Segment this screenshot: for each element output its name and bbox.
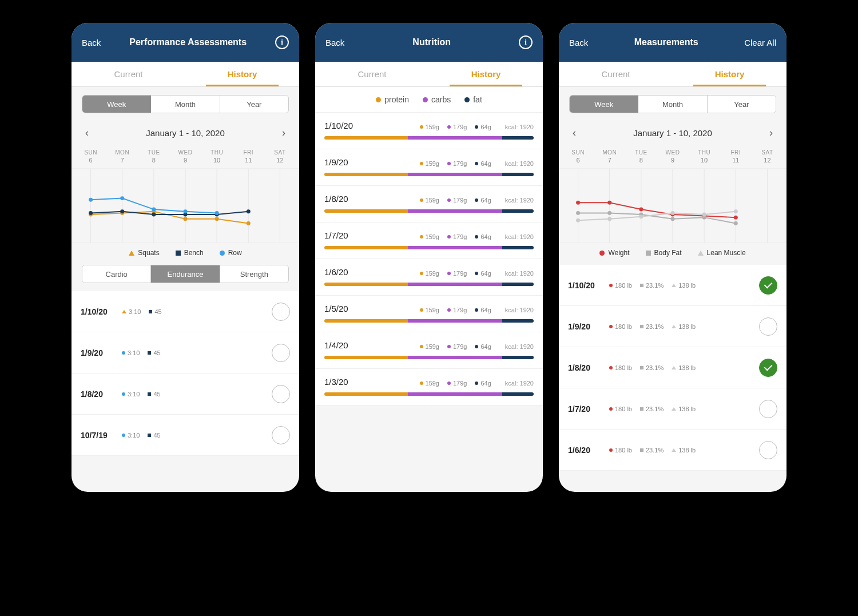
day-of-week: THU <box>201 149 233 156</box>
dot-icon <box>447 198 451 202</box>
svg-point-36 <box>734 216 738 220</box>
metric-value: 179g <box>453 233 467 240</box>
triangle-icon <box>698 251 704 256</box>
info-icon[interactable]: i <box>275 35 289 49</box>
content-scroll[interactable]: Week Month Year ‹ January 1 - 10, 2020 ›… <box>559 87 786 492</box>
row-date: 1/5/20 <box>324 304 348 313</box>
square-icon <box>640 366 644 369</box>
select-circle[interactable] <box>759 317 777 336</box>
list-item[interactable]: 1/8/20 180 lb 23.1% 138 lb <box>559 347 786 388</box>
back-button[interactable]: Back <box>325 38 344 47</box>
next-arrow-icon[interactable]: › <box>766 125 776 141</box>
info-icon[interactable]: i <box>519 35 533 49</box>
cat-endurance[interactable]: Endurance <box>151 265 220 283</box>
svg-point-47 <box>702 213 706 217</box>
period-toggle: Week Month Year <box>82 95 289 113</box>
row-metrics: 3:10 45 <box>122 391 272 398</box>
nutrition-row[interactable]: 1/3/20 159g 179g 64g kcal: 1920 <box>315 369 543 406</box>
dot-icon <box>420 308 423 312</box>
select-circle[interactable] <box>272 303 290 321</box>
period-year[interactable]: Year <box>708 96 776 113</box>
svg-point-40 <box>671 217 675 221</box>
triangle-icon <box>672 448 676 452</box>
day-of-week: FRI <box>233 149 264 156</box>
tab-history[interactable]: History <box>185 62 299 86</box>
tab-current[interactable]: Current <box>72 62 185 86</box>
dot-icon <box>475 381 478 385</box>
metric-value: 138 lb <box>678 364 696 371</box>
day-number: 12 <box>276 157 283 164</box>
dot-icon <box>609 366 613 369</box>
tab-history[interactable]: History <box>429 62 543 86</box>
metric-value: 45 <box>154 308 161 315</box>
cat-strength[interactable]: Strength <box>220 265 288 283</box>
select-circle[interactable] <box>759 359 777 377</box>
dot-icon <box>447 381 451 385</box>
dot-icon <box>447 125 451 129</box>
day-number: 9 <box>671 157 674 164</box>
svg-point-37 <box>576 211 580 215</box>
metric-value: 159g <box>426 343 439 350</box>
svg-point-45 <box>639 214 643 218</box>
row-values: 159g 179g 64g kcal: 1920 <box>420 124 534 130</box>
period-month[interactable]: Month <box>638 96 707 113</box>
prev-arrow-icon[interactable]: ‹ <box>82 125 92 141</box>
list-item[interactable]: 10/7/19 3:10 45 <box>72 415 299 456</box>
select-circle[interactable] <box>272 344 290 362</box>
list-item[interactable]: 1/7/20 180 lb 23.1% 138 lb <box>559 388 786 430</box>
day-of-week: MON <box>106 149 138 156</box>
protein-value: 159g <box>420 307 439 313</box>
prev-arrow-icon[interactable]: ‹ <box>569 125 579 141</box>
select-circle[interactable] <box>272 385 290 403</box>
carbs-value: 179g <box>447 124 467 130</box>
back-button[interactable]: Back <box>569 38 588 47</box>
list-item[interactable]: 1/8/20 3:10 45 <box>72 373 299 415</box>
row-metrics: 3:10 45 <box>122 432 272 439</box>
period-month[interactable]: Month <box>151 96 220 113</box>
nutrition-row[interactable]: 1/4/20 159g 179g 64g kcal: 1920 <box>315 332 543 369</box>
list-item[interactable]: 1/9/20 180 lb 23.1% 138 lb <box>559 306 786 347</box>
nutrition-row[interactable]: 1/9/20 159g 179g 64g kcal: 1920 <box>315 149 543 186</box>
list-item[interactable]: 1/9/20 3:10 45 <box>72 332 299 373</box>
cat-cardio[interactable]: Cardio <box>82 265 151 283</box>
day-column: WED9 <box>169 147 201 168</box>
select-circle[interactable] <box>272 426 290 444</box>
circle-icon <box>599 251 605 256</box>
clear-all-button[interactable]: Clear All <box>744 38 776 47</box>
content-scroll[interactable]: Week Month Year ‹ January 1 - 10, 2020 ›… <box>72 87 299 492</box>
bodyfat-metric: 23.1% <box>640 406 664 412</box>
back-button[interactable]: Back <box>82 38 101 47</box>
metric-value: 180 lb <box>615 406 632 412</box>
select-circle[interactable] <box>759 400 777 418</box>
bar-carbs <box>408 209 502 213</box>
content-scroll[interactable]: protein carbs fat 1/10/20 159g 179g 64g … <box>315 87 543 492</box>
nutrition-row[interactable]: 1/5/20 159g 179g 64g kcal: 1920 <box>315 296 543 332</box>
days-header: SUN6MON7TUE8WED9THU10FRI11SAT12 <box>559 147 786 169</box>
period-year[interactable]: Year <box>220 96 288 113</box>
day-number: 6 <box>89 157 93 164</box>
tab-history[interactable]: History <box>673 62 786 86</box>
select-circle[interactable] <box>759 441 777 459</box>
perf-list: 1/10/20 3:10 45 1/9/20 3:10 45 1/8/20 3:… <box>72 291 299 456</box>
select-circle[interactable] <box>759 276 777 295</box>
list-item[interactable]: 1/10/20 3:10 45 <box>72 291 299 332</box>
nutrition-row[interactable]: 1/10/20 159g 179g 64g kcal: 1920 <box>315 113 543 149</box>
carbs-value: 179g <box>447 380 467 387</box>
row-metrics: 180 lb 23.1% 138 lb <box>609 447 759 454</box>
list-item[interactable]: 1/6/20 180 lb 23.1% 138 lb <box>559 430 786 471</box>
period-week[interactable]: Week <box>570 96 638 113</box>
tab-current[interactable]: Current <box>559 62 673 86</box>
metric-2: 45 <box>148 432 160 439</box>
list-item[interactable]: 1/10/20 180 lb 23.1% 138 lb <box>559 265 786 306</box>
svg-point-12 <box>247 221 251 225</box>
period-week[interactable]: Week <box>82 96 151 113</box>
carbs-value: 179g <box>447 343 467 350</box>
next-arrow-icon[interactable]: › <box>279 125 289 141</box>
tab-current[interactable]: Current <box>315 62 429 86</box>
macro-bar <box>324 283 534 286</box>
nutrition-row[interactable]: 1/6/20 159g 179g 64g kcal: 1920 <box>315 259 543 296</box>
nutrition-row[interactable]: 1/7/20 159g 179g 64g kcal: 1920 <box>315 222 543 259</box>
day-of-week: SUN <box>75 149 106 156</box>
nutrition-row[interactable]: 1/8/20 159g 179g 64g kcal: 1920 <box>315 186 543 222</box>
page-title: Performance Assessments <box>101 37 275 47</box>
